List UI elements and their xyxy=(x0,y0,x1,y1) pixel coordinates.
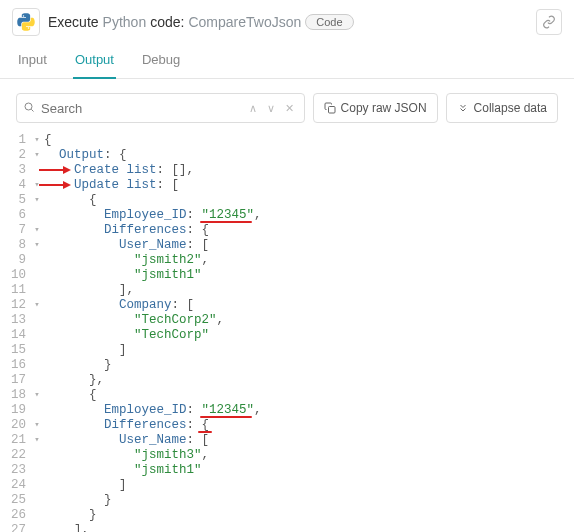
line-content: Company: [ xyxy=(44,298,574,313)
code-line: 21▾ User_Name: [ xyxy=(4,433,574,448)
code-line: 6 Employee_ID: "12345", xyxy=(4,208,574,223)
line-number: 26 xyxy=(4,508,30,523)
copy-raw-json-button[interactable]: Copy raw JSON xyxy=(313,93,438,123)
line-number: 3 xyxy=(4,163,30,178)
code-line: 9 "jsmith2", xyxy=(4,253,574,268)
search-next-icon[interactable]: ∨ xyxy=(263,102,279,115)
line-number: 8 xyxy=(4,238,30,253)
python-logo-icon xyxy=(12,8,40,36)
code-line: 14 "TechCorp" xyxy=(4,328,574,343)
line-content: } xyxy=(44,358,574,373)
line-number: 1 xyxy=(4,133,30,148)
code-line: 16 } xyxy=(4,358,574,373)
line-content: Update list: [ xyxy=(44,178,574,193)
line-content: Output: { xyxy=(44,148,574,163)
line-content: "TechCorp2", xyxy=(44,313,574,328)
code-line: 2▾ Output: { xyxy=(4,148,574,163)
line-content: { xyxy=(44,388,574,403)
line-content: } xyxy=(44,508,574,523)
search-nav: ∧ ∨ ✕ xyxy=(245,102,298,115)
fold-toggle[interactable]: ▾ xyxy=(30,238,44,253)
line-number: 5 xyxy=(4,193,30,208)
line-content: User_Name: [ xyxy=(44,433,574,448)
line-number: 19 xyxy=(4,403,30,418)
line-content: "jsmith1" xyxy=(44,268,574,283)
line-content: "jsmith1" xyxy=(44,463,574,478)
tab-debug[interactable]: Debug xyxy=(140,44,182,79)
fold-toggle[interactable]: ▾ xyxy=(30,193,44,208)
line-number: 9 xyxy=(4,253,30,268)
fold-toggle[interactable]: ▾ xyxy=(30,148,44,163)
svg-point-0 xyxy=(25,103,32,110)
svg-rect-2 xyxy=(328,107,335,114)
code-line: 17 }, xyxy=(4,373,574,388)
code-line: 19 Employee_ID: "12345", xyxy=(4,403,574,418)
search-clear-icon[interactable]: ✕ xyxy=(281,102,298,115)
search-icon xyxy=(23,101,35,116)
svg-line-1 xyxy=(31,109,33,111)
line-content: ] xyxy=(44,343,574,358)
fold-toggle[interactable]: ▾ xyxy=(30,178,44,193)
code-output[interactable]: 1▾{2▾ Output: {3 Create list: [],4▾ Upda… xyxy=(0,133,574,532)
fold-toggle[interactable]: ▾ xyxy=(30,418,44,433)
link-button[interactable] xyxy=(536,9,562,35)
line-content: User_Name: [ xyxy=(44,238,574,253)
fold-toggle[interactable]: ▾ xyxy=(30,298,44,313)
line-number: 24 xyxy=(4,478,30,493)
line-content: }, xyxy=(44,373,574,388)
code-line: 8▾ User_Name: [ xyxy=(4,238,574,253)
line-content: Differences: { xyxy=(44,418,574,433)
fold-toggle[interactable]: ▾ xyxy=(30,433,44,448)
line-content: ] xyxy=(44,478,574,493)
fold-toggle[interactable]: ▾ xyxy=(30,223,44,238)
code-line: 10 "jsmith1" xyxy=(4,268,574,283)
search-prev-icon[interactable]: ∧ xyxy=(245,102,261,115)
line-content: Employee_ID: "12345", xyxy=(44,208,574,223)
script-name: CompareTwoJson xyxy=(188,14,301,30)
execute-label: Execute xyxy=(48,14,99,30)
line-content: ], xyxy=(44,523,574,532)
tabs: Input Output Debug xyxy=(0,44,574,79)
collapse-data-button[interactable]: Collapse data xyxy=(446,93,558,123)
fold-toggle[interactable]: ▾ xyxy=(30,388,44,403)
python-label: Python xyxy=(103,14,147,30)
line-number: 6 xyxy=(4,208,30,223)
line-content: } xyxy=(44,493,574,508)
line-number: 21 xyxy=(4,433,30,448)
line-number: 13 xyxy=(4,313,30,328)
code-line: 5▾ { xyxy=(4,193,574,208)
search-input-wrap[interactable]: ∧ ∨ ✕ xyxy=(16,93,305,123)
code-line: 1▾{ xyxy=(4,133,574,148)
line-number: 25 xyxy=(4,493,30,508)
search-input[interactable] xyxy=(41,101,245,116)
code-line: 7▾ Differences: { xyxy=(4,223,574,238)
fold-toggle[interactable]: ▾ xyxy=(30,133,44,148)
svg-marker-6 xyxy=(63,181,71,189)
line-number: 16 xyxy=(4,358,30,373)
line-number: 10 xyxy=(4,268,30,283)
line-number: 27 xyxy=(4,523,30,532)
line-content: { xyxy=(44,193,574,208)
line-content: "jsmith3", xyxy=(44,448,574,463)
code-line: 27 ], xyxy=(4,523,574,532)
line-number: 7 xyxy=(4,223,30,238)
line-number: 14 xyxy=(4,328,30,343)
code-line: 26 } xyxy=(4,508,574,523)
copy-icon xyxy=(324,102,336,114)
code-line: 12▾ Company: [ xyxy=(4,298,574,313)
line-content: Employee_ID: "12345", xyxy=(44,403,574,418)
line-content: { xyxy=(44,133,574,148)
code-line: 15 ] xyxy=(4,343,574,358)
line-number: 4 xyxy=(4,178,30,193)
tab-input[interactable]: Input xyxy=(16,44,49,79)
line-content: "TechCorp" xyxy=(44,328,574,343)
code-line: 23 "jsmith1" xyxy=(4,463,574,478)
line-number: 20 xyxy=(4,418,30,433)
tab-output[interactable]: Output xyxy=(73,44,116,79)
line-content: "jsmith2", xyxy=(44,253,574,268)
code-label: code: xyxy=(150,14,184,30)
code-line: 4▾ Update list: [ xyxy=(4,178,574,193)
line-number: 22 xyxy=(4,448,30,463)
toolbar: ∧ ∨ ✕ Copy raw JSON Collapse data xyxy=(0,79,574,133)
code-badge[interactable]: Code xyxy=(305,14,353,30)
